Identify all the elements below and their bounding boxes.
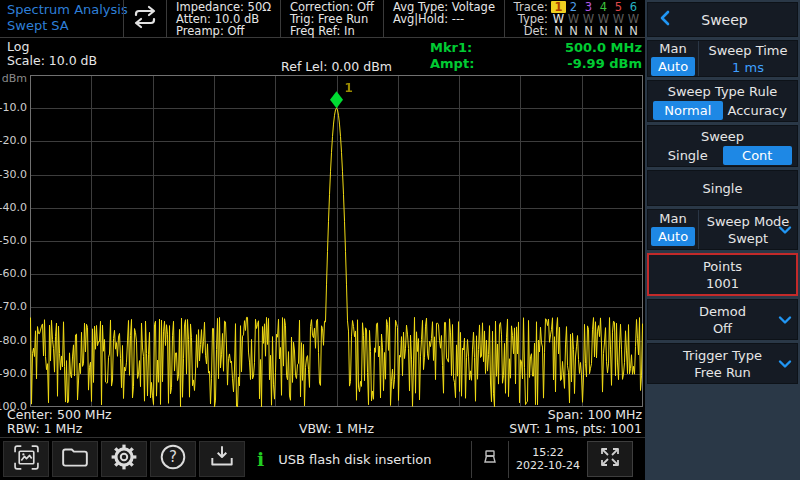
save-button[interactable]: [199, 441, 245, 477]
sweep-label: Sweep: [648, 126, 797, 146]
y-tick-label: -50.0: [0, 234, 27, 248]
trace-row-label: Det:: [511, 25, 551, 37]
avg-settings[interactable]: Avg Type: Voltage Avg|Hold: ---: [384, 0, 504, 37]
trigger-type-value: Free Run: [694, 364, 751, 381]
marker-name: Mkr1:: [430, 40, 472, 56]
sweep-time-value: 1 ms: [732, 59, 764, 76]
sweep-mode-man-option[interactable]: Man: [648, 210, 698, 226]
sweep-type-rule-label: Sweep Type Rule: [648, 81, 797, 101]
screenshot-icon: [13, 444, 40, 475]
sweep-mode-value: Swept: [728, 230, 768, 247]
trace-det-2[interactable]: N: [566, 25, 581, 37]
chevron-down-icon: [778, 356, 792, 371]
sweep-mode-auto-option[interactable]: Auto: [651, 227, 695, 246]
trace-det-1[interactable]: N: [551, 25, 566, 37]
chevron-down-icon: [778, 222, 792, 237]
continuous-sweep-button[interactable]: [124, 0, 166, 37]
back-button[interactable]: [648, 10, 682, 29]
sweep-menu-sidebar: Sweep Man Auto Sweep Time 1 ms Sweep Typ…: [645, 0, 800, 480]
trace-det-5[interactable]: N: [611, 25, 626, 37]
sweep-mode-toggle-tile: Sweep Single Cont: [647, 125, 798, 167]
sidebar-filler: [647, 387, 798, 478]
sweep-time-man-option[interactable]: Man: [648, 41, 698, 56]
main-area: Spectrum Analysis Swept SA Impedance: 50…: [0, 0, 645, 480]
swt-readout[interactable]: SWT: 1 ms, pts: 1001: [509, 422, 642, 436]
sidebar-header: Sweep: [647, 2, 798, 37]
points-tile[interactable]: Points 1001: [647, 253, 798, 296]
top-settings-bar: Spectrum Analysis Swept SA Impedance: 50…: [0, 0, 645, 38]
repeat-icon: [129, 5, 161, 33]
divider: [508, 441, 509, 478]
y-tick-label: -20.0: [0, 134, 27, 148]
demod-tile[interactable]: Demod Off: [647, 299, 798, 340]
sweep-cont-option[interactable]: Cont: [723, 146, 793, 165]
help-button[interactable]: ?: [150, 441, 196, 477]
marker-readout[interactable]: Mkr1: 500.0 MHz Ampt: -9.99 dBm: [430, 40, 642, 72]
frequency-annotation-row: Center: 500 MHz RBW: 1 MHz VBW: 1 MHz Sp…: [0, 407, 645, 437]
mode-title[interactable]: Spectrum Analysis Swept SA: [0, 0, 123, 37]
scale-row: Log Scale: 10.0 dB Ref Lel: 0.00 dBm Mkr…: [0, 39, 645, 75]
span-readout[interactable]: Span: 100 MHz: [509, 408, 642, 422]
clock[interactable]: 15:22 2022-10-24: [512, 446, 584, 472]
status-bar: ? i USB flash disk insertion: [0, 437, 645, 480]
menu-title: Sweep: [682, 12, 767, 28]
gear-icon: [110, 443, 138, 475]
expand-icon: [597, 444, 623, 474]
trigger-type-label: Trigger Type: [683, 347, 762, 364]
y-tick-label: -80.0: [0, 334, 27, 348]
trace-status-table[interactable]: Trace:123456Type:WWWWWWDet:NNNNNN: [504, 0, 645, 37]
settings-button[interactable]: [101, 441, 147, 477]
center-freq-readout[interactable]: Center: 500 MHz: [7, 408, 112, 422]
status-message: USB flash disk insertion: [278, 452, 431, 467]
sweep-time-auto-option[interactable]: Auto: [651, 57, 695, 76]
chevron-down-icon: [778, 312, 792, 327]
freq-ref-value: Freq Ref: In: [290, 25, 374, 37]
date-value: 2022-10-24: [512, 459, 584, 472]
sweep-time-label: Sweep Time: [708, 42, 787, 59]
sweep-time-tile[interactable]: Man Auto Sweep Time 1 ms: [647, 40, 798, 77]
sweep-type-accuracy-option[interactable]: Accuracy: [723, 101, 793, 120]
sweep-mode-label: Sweep Mode: [707, 213, 790, 230]
demod-label: Demod: [699, 303, 746, 320]
folder-icon: [61, 445, 89, 473]
file-browser-button[interactable]: [52, 441, 98, 477]
trigger-type-tile[interactable]: Trigger Type Free Run: [647, 343, 798, 384]
preamp-value: Preamp: Off: [176, 25, 271, 37]
y-tick-label: -70.0: [0, 300, 27, 314]
trigger-settings[interactable]: Correction: Off Trig: Free Run Freq Ref:…: [281, 0, 383, 37]
y-axis-labels: dBm-10.0-20.0-30.0-40.0-50.0-60.0-70.0-8…: [0, 75, 28, 415]
avg-hold-value: Avg|Hold: ---: [393, 13, 495, 25]
trace-det-4[interactable]: N: [596, 25, 611, 37]
sweep-mode-tile[interactable]: Man Auto Sweep Mode Swept: [647, 209, 798, 250]
mode-title-line2: Swept SA: [7, 18, 123, 34]
save-icon: [208, 444, 236, 474]
y-tick-label: -40.0: [0, 201, 27, 215]
time-value: 15:22: [512, 446, 584, 459]
sweep-type-normal-option[interactable]: Normal: [653, 101, 723, 120]
spectrum-chart[interactable]: [30, 75, 643, 407]
single-sweep-tile[interactable]: Single: [647, 170, 798, 206]
usb-drive-indicator[interactable]: [475, 449, 505, 469]
single-sweep-button[interactable]: Single: [648, 171, 797, 205]
trace-det-3[interactable]: N: [581, 25, 596, 37]
log-label: Log: [7, 40, 97, 54]
trace-det-6[interactable]: N: [626, 25, 641, 37]
points-value: 1001: [706, 275, 739, 292]
screenshot-button[interactable]: [3, 441, 49, 477]
sweep-type-rule-tile: Sweep Type Rule Normal Accuracy: [647, 80, 798, 122]
demod-value: Off: [713, 320, 732, 337]
input-settings[interactable]: Impedance: 50Ω Atten: 10.0 dB Preamp: Of…: [167, 0, 280, 37]
chevron-left-icon: [659, 10, 671, 29]
y-tick-label: -10.0: [0, 101, 27, 115]
sweep-single-option[interactable]: Single: [653, 146, 723, 165]
usb-drive-icon: [481, 449, 499, 469]
spectrum-analyzer-screen: Spectrum Analysis Swept SA Impedance: 50…: [0, 0, 800, 480]
marker-freq: 500.0 MHz: [565, 40, 642, 56]
fullscreen-button[interactable]: [587, 441, 633, 477]
points-label: Points: [703, 258, 742, 275]
info-icon: i: [257, 448, 264, 470]
svg-text:?: ?: [169, 448, 177, 466]
trace-canvas[interactable]: [30, 75, 643, 407]
marker-ampt-value: -9.99 dBm: [567, 56, 642, 72]
y-axis-unit: dBm: [2, 72, 27, 86]
